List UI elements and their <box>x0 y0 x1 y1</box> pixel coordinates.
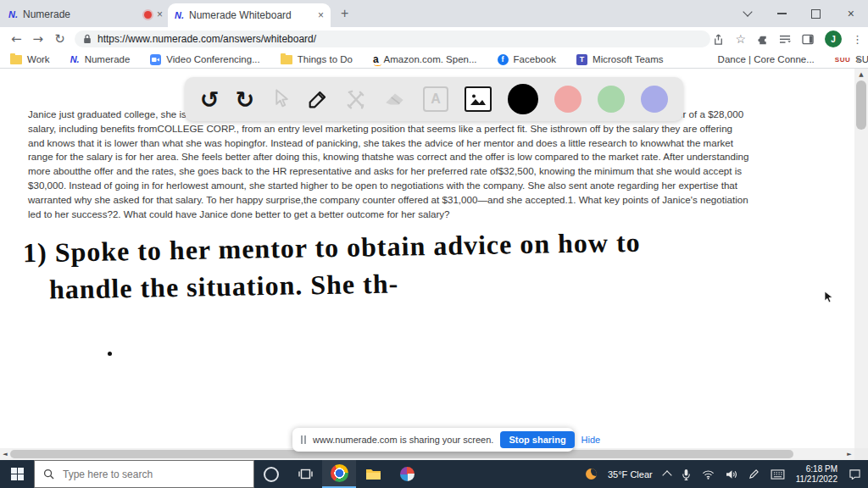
chrome-taskbar-button[interactable] <box>322 460 356 488</box>
recording-indicator-icon <box>144 11 152 19</box>
side-panel-icon[interactable] <box>802 34 815 45</box>
text-tool-icon[interactable]: A <box>423 86 448 112</box>
bookmark-things-to-do[interactable]: Things to Do <box>281 54 353 64</box>
tab-numerade-whiteboard[interactable]: N. Numerade Whiteboard × <box>168 3 331 27</box>
pointer-tool-icon[interactable] <box>270 88 291 110</box>
bookmark-dance-core[interactable]: Dance | Core Conne... <box>718 54 815 64</box>
stop-sharing-button[interactable]: Stop sharing <box>500 431 574 448</box>
pen-icon[interactable] <box>748 469 760 480</box>
windows-logo-icon <box>11 468 24 480</box>
numerade-favicon: N. <box>175 10 184 20</box>
undo-icon[interactable]: ↺ <box>200 88 220 111</box>
screen-share-bar: www.numerade.com is sharing your screen.… <box>292 428 574 452</box>
numerade-icon: N. <box>70 54 80 64</box>
handwriting-dot <box>108 352 112 356</box>
close-window-button[interactable]: × <box>848 0 854 27</box>
window-menu-button[interactable] <box>744 0 751 27</box>
paragraph-line: salary, including benefits fromCOLLEGE C… <box>28 122 748 136</box>
address-actions: ☆ J ⋮ <box>712 27 863 51</box>
file-explorer-icon <box>365 468 381 480</box>
new-tab-button[interactable]: + <box>341 6 348 21</box>
pen-tool-icon[interactable] <box>307 88 329 110</box>
bookmark-numerade[interactable]: N. Numerade <box>70 54 131 64</box>
bookmarks-bar: Work N. Numerade Video Conferencing... T… <box>0 51 868 69</box>
facebook-icon: f <box>498 54 509 65</box>
action-center-icon[interactable] <box>849 469 861 480</box>
hide-link[interactable]: Hide <box>581 435 601 445</box>
refresh-icon[interactable]: ↻ <box>54 31 65 47</box>
bookmark-label: Work <box>27 54 50 64</box>
tab-close-icon[interactable]: × <box>157 9 163 19</box>
task-view-button[interactable] <box>288 460 322 488</box>
tools-icon[interactable] <box>345 88 367 110</box>
taskbar-search[interactable] <box>34 460 254 488</box>
question-paragraph: Janice just graduated college, she is re… <box>28 108 748 221</box>
color-purple-swatch[interactable] <box>641 86 668 113</box>
bookmark-microsoft-teams[interactable]: T Microsoft Teams <box>576 54 664 65</box>
bookmark-work[interactable]: Work <box>10 54 50 64</box>
bookmarks-overflow-icon[interactable]: » <box>855 53 861 65</box>
microphone-icon[interactable] <box>682 469 691 480</box>
bookmark-suu[interactable]: SUU SUU <box>835 54 868 64</box>
reading-list-icon[interactable] <box>779 34 792 45</box>
chevron-down-icon <box>743 7 752 16</box>
paragraph-line: range for the salary is for her area. Sh… <box>28 150 748 164</box>
tray-overflow-icon[interactable] <box>662 470 671 480</box>
tab-close-icon[interactable]: × <box>318 10 324 20</box>
weather-moon-icon[interactable] <box>586 469 597 480</box>
touch-keyboard-icon[interactable] <box>771 469 785 480</box>
suu-icon: SUU <box>835 56 850 64</box>
cortana-button[interactable] <box>254 460 288 488</box>
app-icon <box>400 467 415 481</box>
whiteboard-toolbar: ↺ ↻ A <box>185 77 683 121</box>
taskbar-clock[interactable]: 6:18 PM 11/21/2022 <box>796 464 837 485</box>
bookmark-facebook[interactable]: f Facebook <box>498 54 557 65</box>
bookmark-star-icon[interactable]: ☆ <box>735 32 746 46</box>
folder-icon <box>281 55 292 64</box>
color-pink-swatch[interactable] <box>554 86 581 113</box>
scroll-right-icon[interactable]: ► <box>844 448 854 460</box>
browser-menu-icon[interactable]: ⋮ <box>852 33 863 46</box>
wifi-icon[interactable] <box>702 469 715 480</box>
color-black-swatch[interactable] <box>508 84 538 114</box>
clock-date: 11/21/2022 <box>796 474 837 485</box>
bookmark-video-conferencing[interactable]: Video Conferencing... <box>150 54 259 65</box>
address-bar: ← → ↻ https://www.numerade.com/answers/w… <box>0 27 868 51</box>
tab-numerade[interactable]: N. Numerade × <box>8 6 163 23</box>
cortana-icon <box>264 467 279 482</box>
numerade-favicon: N. <box>8 9 18 19</box>
scroll-up-icon[interactable]: ▲ <box>854 69 868 80</box>
back-icon[interactable]: ← <box>11 31 22 47</box>
extensions-icon[interactable] <box>756 33 769 46</box>
share-icon[interactable] <box>712 33 725 46</box>
bookmark-amazon[interactable]: a Amazon.com. Spen... <box>373 53 477 65</box>
search-input[interactable] <box>61 468 234 481</box>
weather-text[interactable]: 35°F Clear <box>608 469 653 480</box>
vertical-scrollbar[interactable]: ▲ ▼ <box>854 69 868 460</box>
taskbar: 35°F Clear 6:18 PM <box>0 460 868 488</box>
whiteboard-app-button[interactable] <box>390 460 424 488</box>
speaker-icon[interactable] <box>726 469 737 480</box>
redo-icon[interactable]: ↻ <box>236 88 255 111</box>
paragraph-line: led to her success?2. What could have Ja… <box>28 208 748 222</box>
start-button[interactable] <box>0 460 34 488</box>
teams-icon: T <box>576 54 587 65</box>
folder-icon <box>10 55 22 64</box>
url-field[interactable]: https://www.numerade.com/answers/whitebo… <box>75 30 710 47</box>
lock-icon <box>83 34 92 44</box>
bookmark-label: Facebook <box>514 54 557 64</box>
bookmark-label: Microsoft Teams <box>593 54 664 64</box>
scroll-left-icon[interactable]: ◄ <box>0 448 10 460</box>
amazon-icon: a <box>373 53 379 65</box>
maximize-button[interactable] <box>811 0 821 27</box>
color-green-swatch[interactable] <box>598 86 625 113</box>
file-explorer-button[interactable] <box>356 460 390 488</box>
paragraph-line: and knows that it is lower than what she… <box>28 136 748 151</box>
minimize-button[interactable] <box>777 0 787 27</box>
profile-avatar[interactable]: J <box>825 30 842 47</box>
forward-icon[interactable]: → <box>33 31 44 47</box>
image-tool-icon[interactable] <box>465 86 492 112</box>
vertical-scroll-thumb[interactable] <box>856 80 866 130</box>
tab-strip: N. Numerade × N. Numerade Whiteboard × +… <box>0 0 868 27</box>
eraser-icon[interactable] <box>383 89 407 109</box>
